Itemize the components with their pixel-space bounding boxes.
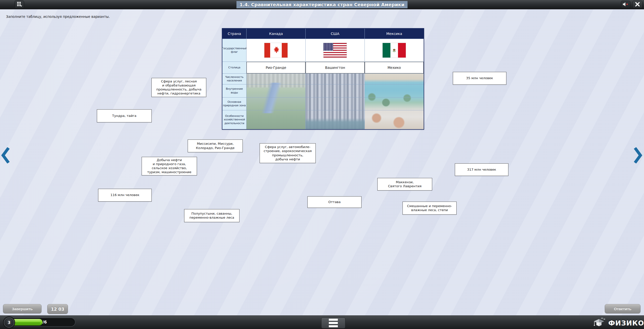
col-header-country: Страна	[222, 29, 246, 39]
chevron-left-icon	[1, 160, 10, 164]
progress-step-badge: 3	[4, 317, 14, 328]
table-of-contents-icon	[16, 1, 22, 8]
answer-tile[interactable]: Смешанные и переменно- влажные леса, сте…	[403, 202, 457, 215]
row-label-population: Численность населения	[222, 74, 246, 84]
next-page-button[interactable]	[633, 147, 643, 163]
close-button[interactable]	[632, 1, 642, 8]
flag-cell-usa	[306, 39, 365, 62]
finish-button[interactable]: Завершить	[3, 304, 42, 313]
canada-photo	[247, 74, 305, 129]
progress-total: /6	[43, 320, 47, 324]
comparison-table: Страна Канада США Мексика Государственны…	[222, 28, 424, 130]
answer-tile[interactable]: Тундра, тайга	[97, 109, 152, 122]
answer-tile[interactable]: Сфера услуг, автомобиле- строение, аэрок…	[260, 143, 316, 163]
col-header-canada: Канада	[247, 29, 305, 39]
drop-cell-canada-population[interactable]	[247, 74, 305, 84]
row-label-natural-zone: Основная природная зона	[222, 98, 246, 110]
drop-cell-canada-economy[interactable]	[247, 110, 305, 129]
timer-display: 12 03	[47, 304, 68, 314]
maple-leaf-icon	[272, 46, 280, 55]
capital-cell-canada[interactable]: Рио-Гранде	[247, 62, 305, 73]
answer-tile[interactable]: Сфера услуг, лесная и обрабатывающая про…	[151, 78, 206, 97]
close-icon	[635, 2, 640, 7]
drop-cell-mexico-population[interactable]	[365, 74, 424, 84]
row-label-flag: Государственный флаг	[222, 39, 246, 62]
app-window: 1.4. Сравнительная характеристика стран …	[0, 0, 644, 329]
chevron-right-icon	[633, 160, 643, 164]
hamburger-menu-icon	[329, 319, 338, 321]
task-instruction: Заполните таблицу, используя предложенны…	[6, 15, 110, 19]
usa-flag-canton	[324, 43, 333, 51]
answer-tile[interactable]: Добыча нефти и природного газа, сельское…	[142, 157, 197, 175]
mexico-photo	[365, 74, 424, 129]
title-container: 1.4. Сравнительная характеристика стран …	[0, 0, 644, 9]
usa-flag	[324, 43, 347, 58]
drop-cell-canada-zone[interactable]	[247, 97, 305, 110]
dropped-answer-tile[interactable]: Вашингтон	[306, 62, 365, 73]
drop-cell-mexico-waters[interactable]	[365, 84, 424, 97]
previous-page-button[interactable]	[1, 147, 10, 163]
canada-flag	[264, 43, 288, 58]
dropped-answer-tile[interactable]: Мехико	[365, 62, 424, 73]
capital-cell-mexico[interactable]: Мехико	[365, 62, 424, 73]
usa-photo	[306, 74, 365, 129]
answer-tile[interactable]: Маккензи, Святого Лаврентия	[377, 178, 432, 191]
row-label-economy: Особенности хозяйственной деятельности	[222, 110, 246, 129]
status-bar: 3 3/6 ФИЗИКОН	[0, 315, 644, 329]
mute-button[interactable]	[621, 1, 630, 8]
title-bar: 1.4. Сравнительная характеристика стран …	[0, 0, 644, 9]
answer-tile[interactable]: Полупустыни, саванны, переменно-влажные …	[184, 209, 239, 222]
col-header-mexico: Мексика	[365, 29, 424, 39]
answer-tile[interactable]: 317 млн человек	[455, 163, 508, 176]
mexico-emblem-icon	[392, 48, 396, 53]
page-title: 1.4. Сравнительная характеристика стран …	[236, 1, 408, 8]
answer-tile[interactable]: 35 млн человек	[453, 72, 506, 85]
drop-cell-mexico-economy[interactable]	[365, 110, 424, 129]
flag-cell-canada	[247, 39, 305, 62]
capital-cell-usa[interactable]: Вашингтон	[306, 62, 365, 73]
drop-cell-usa-economy[interactable]	[306, 110, 365, 129]
drop-cell-usa-zone[interactable]	[306, 97, 365, 110]
row-label-inland-waters: Внутренние воды	[222, 84, 246, 97]
brand-logo: ФИЗИКОН	[593, 317, 644, 329]
answer-button[interactable]: Ответить	[605, 304, 640, 313]
answer-tile[interactable]: 116 млн человек	[98, 189, 152, 202]
col-header-usa: США	[306, 29, 365, 39]
menu-button[interactable]	[321, 317, 345, 328]
drop-cell-usa-waters[interactable]	[306, 84, 365, 97]
mexico-flag	[383, 43, 406, 58]
progress-fill	[13, 319, 43, 325]
muted-speaker-icon	[622, 2, 629, 7]
graduation-cap-icon	[593, 317, 606, 329]
row-label-capital: Столица	[222, 62, 246, 73]
progress-label: 3/6	[40, 320, 47, 324]
drop-cell-usa-population[interactable]	[306, 74, 365, 84]
brand-name: ФИЗИКОН	[608, 319, 644, 327]
flag-cell-mexico	[365, 39, 424, 62]
table-of-contents-button[interactable]	[15, 1, 24, 9]
dropped-answer-tile[interactable]: Рио-Гранде	[247, 62, 305, 73]
progress-bar: 3 3/6	[4, 318, 75, 327]
drop-cell-canada-waters[interactable]	[247, 84, 305, 97]
answer-tile[interactable]: Оттава	[307, 196, 361, 208]
progress-done: 3	[40, 320, 43, 324]
answer-tile[interactable]: Миссисипи, Миссури, Колорадо, Рио-Гранде	[188, 139, 243, 152]
drop-cell-mexico-zone[interactable]	[365, 97, 424, 110]
